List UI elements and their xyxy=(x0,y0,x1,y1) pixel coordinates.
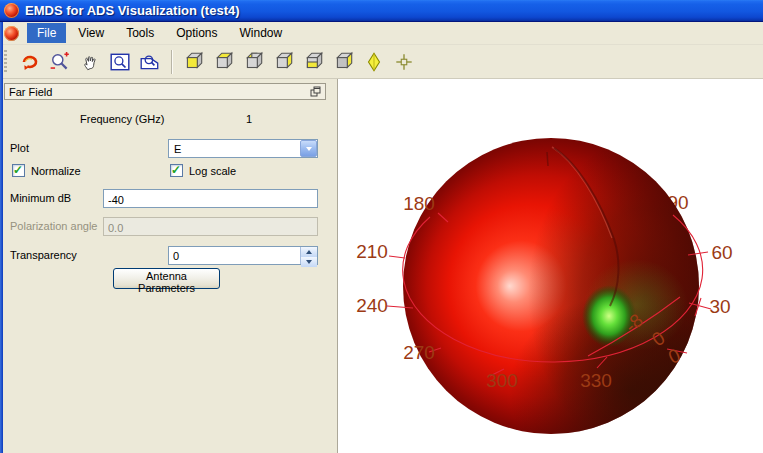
view-cube-top-icon xyxy=(213,51,235,73)
polarization-angle-label: Polarization angle xyxy=(10,220,97,233)
panel-header[interactable]: Far Field xyxy=(4,83,326,100)
app-icon xyxy=(4,3,19,18)
menu-window[interactable]: Window xyxy=(230,23,293,43)
frequency-label: Frequency (GHz) xyxy=(80,113,164,126)
plot-canvas[interactable]: 90 xyxy=(337,79,763,453)
transparency-spin-buttons xyxy=(300,247,317,264)
frequency-value: 1 xyxy=(246,113,252,126)
pan-button[interactable] xyxy=(76,49,104,75)
app-icon-small xyxy=(4,26,19,41)
view-cube-bottom-button[interactable] xyxy=(300,49,328,75)
menu-tools[interactable]: Tools xyxy=(116,23,164,43)
view-cube-top-button[interactable] xyxy=(210,49,238,75)
menu-bar: FileViewToolsOptionsWindow xyxy=(0,22,763,45)
antenna-parameters-button[interactable]: Antenna Parameters xyxy=(113,268,220,289)
normalize-label: Normalize xyxy=(31,165,81,178)
zoom-in-out-icon xyxy=(49,51,71,73)
plot-select-value: E xyxy=(174,143,300,155)
window-title: EMDS for ADS Visualization (test4) xyxy=(25,3,240,18)
view-cube-right-icon xyxy=(273,51,295,73)
app-window: EMDS for ADS Visualization (test4) FileV… xyxy=(0,0,763,453)
toolbar-separator xyxy=(171,50,173,74)
view-cube-back-icon xyxy=(333,51,355,73)
angle-label-30: 30 xyxy=(709,296,730,317)
float-panel-button[interactable] xyxy=(310,86,322,98)
normalize-checkbox[interactable] xyxy=(12,164,25,177)
panel-title: Far Field xyxy=(9,86,52,98)
angle-label-270: 270 xyxy=(403,342,435,363)
zoom-window-button[interactable] xyxy=(106,49,134,75)
log-scale-label: Log scale xyxy=(189,165,236,178)
view-cube-left-icon xyxy=(243,51,265,73)
plot-select[interactable]: E xyxy=(168,139,318,158)
zoom-selection-icon xyxy=(139,51,161,73)
polarization-angle-input xyxy=(103,217,318,236)
plot-label: Plot xyxy=(10,142,29,155)
pan-hand-icon xyxy=(79,51,101,73)
transparency-stepper[interactable] xyxy=(168,246,318,265)
menu-file[interactable]: File xyxy=(27,23,66,43)
transparency-input[interactable] xyxy=(169,247,297,264)
spin-down-icon[interactable] xyxy=(301,257,317,267)
rotate-button[interactable] xyxy=(16,49,44,75)
isometric-diamond-icon xyxy=(363,51,385,73)
view-cube-bottom-icon xyxy=(303,51,325,73)
angle-label-240: 240 xyxy=(356,295,388,316)
view-cube-back-button[interactable] xyxy=(330,49,358,75)
crosshair-button[interactable] xyxy=(390,49,418,75)
view-cube-right-button[interactable] xyxy=(270,49,298,75)
angle-label-330: 330 xyxy=(580,370,612,391)
far-field-panel: Far Field Frequency (GHz) 1 Plot E Norma… xyxy=(3,79,337,453)
angle-label-180: 180 xyxy=(403,193,435,214)
menu-options[interactable]: Options xyxy=(166,23,227,43)
minimum-db-input[interactable] xyxy=(103,189,318,208)
toolbar xyxy=(0,45,763,79)
crosshair-icon xyxy=(393,51,415,73)
radiation-pattern-plot: 90 xyxy=(338,79,763,453)
minimum-db-label: Minimum dB xyxy=(10,192,71,205)
angle-label-210: 210 xyxy=(356,241,388,262)
angle-label-60: 60 xyxy=(711,242,732,263)
rotate-icon xyxy=(19,51,41,73)
title-bar[interactable]: EMDS for ADS Visualization (test4) xyxy=(0,0,763,22)
menu-view[interactable]: View xyxy=(68,23,114,43)
log-scale-checkbox[interactable] xyxy=(170,164,183,177)
chevron-down-icon[interactable] xyxy=(300,140,317,157)
spin-up-icon[interactable] xyxy=(301,247,317,257)
float-panel-icon xyxy=(310,86,322,98)
transparency-label: Transparency xyxy=(10,249,77,262)
zoom-in-out-button[interactable] xyxy=(46,49,74,75)
zoom-selection-button[interactable] xyxy=(136,49,164,75)
zoom-window-icon xyxy=(109,51,131,73)
toolbar-grip[interactable] xyxy=(4,50,7,74)
angle-label-300: 300 xyxy=(486,370,518,391)
view-isometric-button[interactable] xyxy=(360,49,388,75)
view-cube-left-button[interactable] xyxy=(240,49,268,75)
view-cube-front-icon xyxy=(183,51,205,73)
view-cube-front-button[interactable] xyxy=(180,49,208,75)
menu-items: FileViewToolsOptionsWindow xyxy=(27,23,294,43)
